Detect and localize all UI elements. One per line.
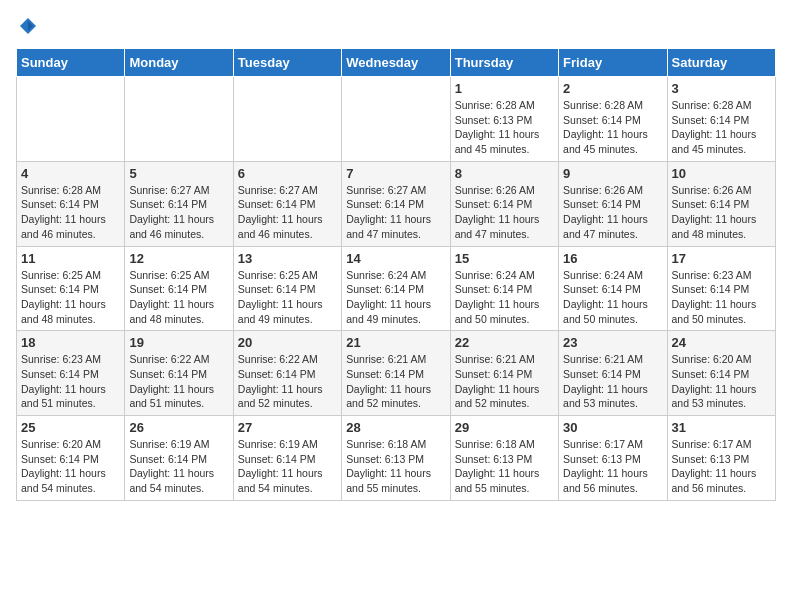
day-number: 17 <box>672 251 771 266</box>
logo-icon <box>18 16 38 36</box>
day-info: Sunrise: 6:26 AM Sunset: 6:14 PM Dayligh… <box>455 183 554 242</box>
calendar-cell: 4Sunrise: 6:28 AM Sunset: 6:14 PM Daylig… <box>17 161 125 246</box>
calendar-cell <box>233 77 341 162</box>
header <box>16 16 776 36</box>
day-number: 18 <box>21 335 120 350</box>
calendar-cell: 7Sunrise: 6:27 AM Sunset: 6:14 PM Daylig… <box>342 161 450 246</box>
day-number: 26 <box>129 420 228 435</box>
calendar-cell: 21Sunrise: 6:21 AM Sunset: 6:14 PM Dayli… <box>342 331 450 416</box>
day-info: Sunrise: 6:27 AM Sunset: 6:14 PM Dayligh… <box>238 183 337 242</box>
day-number: 5 <box>129 166 228 181</box>
day-info: Sunrise: 6:28 AM Sunset: 6:14 PM Dayligh… <box>21 183 120 242</box>
calendar-week-4: 18Sunrise: 6:23 AM Sunset: 6:14 PM Dayli… <box>17 331 776 416</box>
calendar-header-row: SundayMondayTuesdayWednesdayThursdayFrid… <box>17 49 776 77</box>
day-info: Sunrise: 6:28 AM Sunset: 6:14 PM Dayligh… <box>563 98 662 157</box>
day-number: 11 <box>21 251 120 266</box>
day-info: Sunrise: 6:18 AM Sunset: 6:13 PM Dayligh… <box>455 437 554 496</box>
day-number: 15 <box>455 251 554 266</box>
day-number: 6 <box>238 166 337 181</box>
day-info: Sunrise: 6:17 AM Sunset: 6:13 PM Dayligh… <box>672 437 771 496</box>
day-info: Sunrise: 6:20 AM Sunset: 6:14 PM Dayligh… <box>21 437 120 496</box>
day-header-wednesday: Wednesday <box>342 49 450 77</box>
calendar-cell: 20Sunrise: 6:22 AM Sunset: 6:14 PM Dayli… <box>233 331 341 416</box>
day-number: 3 <box>672 81 771 96</box>
calendar-cell: 11Sunrise: 6:25 AM Sunset: 6:14 PM Dayli… <box>17 246 125 331</box>
day-number: 23 <box>563 335 662 350</box>
day-info: Sunrise: 6:21 AM Sunset: 6:14 PM Dayligh… <box>455 352 554 411</box>
calendar-week-3: 11Sunrise: 6:25 AM Sunset: 6:14 PM Dayli… <box>17 246 776 331</box>
calendar-cell: 27Sunrise: 6:19 AM Sunset: 6:14 PM Dayli… <box>233 416 341 501</box>
day-header-friday: Friday <box>559 49 667 77</box>
calendar-cell: 16Sunrise: 6:24 AM Sunset: 6:14 PM Dayli… <box>559 246 667 331</box>
calendar-cell: 8Sunrise: 6:26 AM Sunset: 6:14 PM Daylig… <box>450 161 558 246</box>
calendar-cell: 22Sunrise: 6:21 AM Sunset: 6:14 PM Dayli… <box>450 331 558 416</box>
day-number: 13 <box>238 251 337 266</box>
day-info: Sunrise: 6:27 AM Sunset: 6:14 PM Dayligh… <box>346 183 445 242</box>
calendar-cell: 17Sunrise: 6:23 AM Sunset: 6:14 PM Dayli… <box>667 246 775 331</box>
calendar-cell: 29Sunrise: 6:18 AM Sunset: 6:13 PM Dayli… <box>450 416 558 501</box>
day-number: 20 <box>238 335 337 350</box>
day-info: Sunrise: 6:26 AM Sunset: 6:14 PM Dayligh… <box>672 183 771 242</box>
day-info: Sunrise: 6:28 AM Sunset: 6:14 PM Dayligh… <box>672 98 771 157</box>
day-info: Sunrise: 6:23 AM Sunset: 6:14 PM Dayligh… <box>672 268 771 327</box>
calendar-cell: 13Sunrise: 6:25 AM Sunset: 6:14 PM Dayli… <box>233 246 341 331</box>
day-number: 9 <box>563 166 662 181</box>
day-info: Sunrise: 6:21 AM Sunset: 6:14 PM Dayligh… <box>563 352 662 411</box>
calendar-cell: 23Sunrise: 6:21 AM Sunset: 6:14 PM Dayli… <box>559 331 667 416</box>
day-number: 19 <box>129 335 228 350</box>
day-number: 1 <box>455 81 554 96</box>
calendar-cell: 28Sunrise: 6:18 AM Sunset: 6:13 PM Dayli… <box>342 416 450 501</box>
calendar-cell: 30Sunrise: 6:17 AM Sunset: 6:13 PM Dayli… <box>559 416 667 501</box>
calendar-cell: 26Sunrise: 6:19 AM Sunset: 6:14 PM Dayli… <box>125 416 233 501</box>
day-info: Sunrise: 6:25 AM Sunset: 6:14 PM Dayligh… <box>129 268 228 327</box>
day-number: 31 <box>672 420 771 435</box>
calendar-cell: 3Sunrise: 6:28 AM Sunset: 6:14 PM Daylig… <box>667 77 775 162</box>
day-info: Sunrise: 6:25 AM Sunset: 6:14 PM Dayligh… <box>238 268 337 327</box>
calendar-cell: 2Sunrise: 6:28 AM Sunset: 6:14 PM Daylig… <box>559 77 667 162</box>
day-info: Sunrise: 6:18 AM Sunset: 6:13 PM Dayligh… <box>346 437 445 496</box>
calendar-cell: 5Sunrise: 6:27 AM Sunset: 6:14 PM Daylig… <box>125 161 233 246</box>
day-number: 30 <box>563 420 662 435</box>
day-header-thursday: Thursday <box>450 49 558 77</box>
day-info: Sunrise: 6:25 AM Sunset: 6:14 PM Dayligh… <box>21 268 120 327</box>
day-header-tuesday: Tuesday <box>233 49 341 77</box>
day-number: 22 <box>455 335 554 350</box>
day-info: Sunrise: 6:26 AM Sunset: 6:14 PM Dayligh… <box>563 183 662 242</box>
calendar-cell: 1Sunrise: 6:28 AM Sunset: 6:13 PM Daylig… <box>450 77 558 162</box>
calendar-cell: 6Sunrise: 6:27 AM Sunset: 6:14 PM Daylig… <box>233 161 341 246</box>
day-number: 25 <box>21 420 120 435</box>
calendar-cell: 31Sunrise: 6:17 AM Sunset: 6:13 PM Dayli… <box>667 416 775 501</box>
calendar-cell: 19Sunrise: 6:22 AM Sunset: 6:14 PM Dayli… <box>125 331 233 416</box>
day-info: Sunrise: 6:28 AM Sunset: 6:13 PM Dayligh… <box>455 98 554 157</box>
calendar-cell: 10Sunrise: 6:26 AM Sunset: 6:14 PM Dayli… <box>667 161 775 246</box>
day-number: 29 <box>455 420 554 435</box>
day-info: Sunrise: 6:17 AM Sunset: 6:13 PM Dayligh… <box>563 437 662 496</box>
day-number: 8 <box>455 166 554 181</box>
calendar-cell: 9Sunrise: 6:26 AM Sunset: 6:14 PM Daylig… <box>559 161 667 246</box>
day-number: 12 <box>129 251 228 266</box>
day-header-saturday: Saturday <box>667 49 775 77</box>
calendar-cell: 24Sunrise: 6:20 AM Sunset: 6:14 PM Dayli… <box>667 331 775 416</box>
day-info: Sunrise: 6:22 AM Sunset: 6:14 PM Dayligh… <box>129 352 228 411</box>
logo <box>16 16 38 36</box>
calendar-cell: 25Sunrise: 6:20 AM Sunset: 6:14 PM Dayli… <box>17 416 125 501</box>
day-info: Sunrise: 6:19 AM Sunset: 6:14 PM Dayligh… <box>238 437 337 496</box>
day-number: 16 <box>563 251 662 266</box>
calendar: SundayMondayTuesdayWednesdayThursdayFrid… <box>16 48 776 501</box>
calendar-cell: 15Sunrise: 6:24 AM Sunset: 6:14 PM Dayli… <box>450 246 558 331</box>
day-number: 10 <box>672 166 771 181</box>
day-number: 28 <box>346 420 445 435</box>
calendar-cell: 14Sunrise: 6:24 AM Sunset: 6:14 PM Dayli… <box>342 246 450 331</box>
day-number: 2 <box>563 81 662 96</box>
day-number: 27 <box>238 420 337 435</box>
day-header-sunday: Sunday <box>17 49 125 77</box>
calendar-cell: 12Sunrise: 6:25 AM Sunset: 6:14 PM Dayli… <box>125 246 233 331</box>
calendar-cell: 18Sunrise: 6:23 AM Sunset: 6:14 PM Dayli… <box>17 331 125 416</box>
calendar-week-2: 4Sunrise: 6:28 AM Sunset: 6:14 PM Daylig… <box>17 161 776 246</box>
day-info: Sunrise: 6:24 AM Sunset: 6:14 PM Dayligh… <box>455 268 554 327</box>
day-number: 14 <box>346 251 445 266</box>
day-info: Sunrise: 6:24 AM Sunset: 6:14 PM Dayligh… <box>563 268 662 327</box>
day-number: 21 <box>346 335 445 350</box>
day-number: 24 <box>672 335 771 350</box>
calendar-cell <box>17 77 125 162</box>
